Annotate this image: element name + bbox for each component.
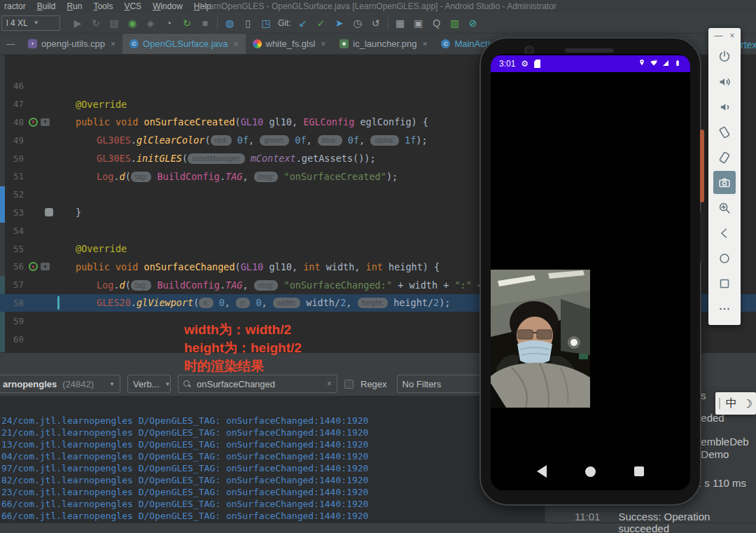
phone-power-button[interactable] [700, 130, 704, 202]
emulator-back-icon[interactable] [713, 221, 736, 244]
parameter-hint-chip: assetManager: [188, 153, 244, 164]
emulator-rotate-right-icon[interactable] [713, 146, 736, 169]
logcat-filters-dropdown[interactable]: No Filters [397, 375, 488, 393]
menu-item-build[interactable]: Build [37, 1, 56, 11]
device-selector-label: l 4 XL [6, 18, 28, 28]
git-commit-icon[interactable]: ✓ [312, 15, 330, 32]
search-icon [183, 380, 191, 388]
layout-inspector-icon[interactable]: ▥ [446, 15, 464, 32]
gutter: 59 [0, 316, 62, 326]
nav-home-icon[interactable] [585, 466, 596, 477]
git-update-icon[interactable]: ↙ [294, 15, 312, 32]
coverage-icon[interactable]: ▤ [105, 15, 123, 32]
nav-overview-icon[interactable] [634, 466, 644, 476]
phone-volume-button[interactable] [700, 211, 704, 263]
gradle-sync-icon[interactable]: ◍ [220, 15, 239, 32]
tab-overflow-icon[interactable]: — [0, 34, 21, 54]
git-push-icon[interactable]: ➤ [330, 15, 349, 32]
emulator-zoom-icon[interactable] [713, 196, 736, 219]
close-tab-icon[interactable]: × [233, 39, 238, 49]
emulator-volume-up-icon[interactable] [713, 70, 736, 93]
close-icon[interactable]: × [729, 31, 734, 41]
close-tab-icon[interactable]: × [321, 39, 326, 49]
line-number: 49 [0, 135, 24, 146]
project-structure-icon[interactable]: ▦ [391, 15, 410, 32]
stop-icon[interactable]: ■ [196, 15, 214, 32]
menu-item-vcs[interactable]: VCS [124, 1, 141, 11]
emulator-overview-icon[interactable] [713, 272, 736, 295]
phone-screen[interactable]: 3:01 ⚙ [491, 54, 690, 490]
emulator-power-icon[interactable] [713, 45, 736, 68]
tab-opengl-utils-cpp[interactable]: +opengl-utils.cpp× [21, 34, 122, 54]
overrides-method-icon[interactable]: ↑ [29, 118, 38, 127]
code-text: @Override [62, 243, 127, 254]
menu-item-help[interactable]: Help [194, 1, 211, 11]
attach-debugger-icon[interactable]: ◈ [141, 15, 160, 32]
run-tool-window-icon[interactable]: ▣ [410, 15, 428, 32]
emulator-more-icon[interactable] [713, 297, 736, 320]
regex-checkbox[interactable] [344, 380, 354, 389]
history-icon[interactable]: ◷ [349, 15, 367, 32]
avd-manager-icon[interactable]: ◳ [257, 15, 275, 32]
line-number: 48 [0, 117, 24, 127]
location-icon [638, 59, 646, 69]
event-log-time: 11:01 [575, 511, 600, 533]
debug-icon[interactable]: ◉ [123, 15, 141, 32]
gutter: 57 [0, 279, 62, 290]
line-number: 58 [0, 298, 24, 308]
emulator-rotate-left-icon[interactable] [713, 120, 736, 144]
apply-changes-icon[interactable]: ↻ [87, 15, 105, 32]
emulator-toolbar: —× [708, 28, 741, 325]
android-nav-bar [491, 465, 690, 478]
image-file-icon [340, 39, 349, 48]
line-number: 47 [0, 99, 24, 109]
sdk-manager-icon[interactable]: ⊘ [464, 15, 482, 32]
emulator-home-icon[interactable] [713, 247, 736, 270]
code-text: GL30ES.glClearColor(red: 0f, green: 0f, … [62, 134, 428, 146]
gutter: 50 [0, 153, 62, 164]
glsl-file-icon [253, 39, 262, 48]
logcat-search-input[interactable]: onSurfaceChanged × [178, 375, 337, 393]
gutter: 54 [0, 226, 62, 236]
parameter-hint-chip: red: [211, 135, 232, 146]
ime-indicator-popup: 中 ☽ [715, 392, 756, 415]
minimize-icon[interactable]: — [714, 31, 722, 41]
title-bar: ractorBuildRunToolsVCSWindowHelp LearnOp… [0, 0, 756, 13]
search-everywhere-icon[interactable]: Q [428, 15, 446, 32]
logcat-process-dropdown[interactable]: arnopengles (24842) ▼ [0, 375, 120, 393]
wifi-off-icon [650, 59, 658, 69]
menu-item-window[interactable]: Window [153, 1, 183, 11]
close-tab-icon[interactable]: × [422, 39, 427, 49]
menu-item-tools[interactable]: Tools [93, 1, 113, 11]
tab-white-fs-glsl[interactable]: white_fs.glsl× [246, 34, 333, 54]
emulator-camera-icon[interactable] [713, 171, 736, 194]
rollback-icon[interactable]: ↺ [367, 15, 385, 32]
device-manager-icon[interactable]: ▯ [239, 15, 257, 32]
emulator-volume-down-icon[interactable] [713, 95, 736, 118]
gutter-bubble-icon[interactable]: ▼ [41, 263, 50, 270]
gutter: 47 [0, 99, 62, 109]
tab-label: opengl-utils.cpp [41, 39, 105, 49]
nav-back-icon[interactable] [537, 465, 547, 478]
gear-icon: ⚙ [521, 60, 528, 68]
profiler-icon[interactable]: ◔ [160, 15, 178, 32]
clear-search-icon[interactable]: × [327, 379, 332, 389]
run-icon[interactable]: ▶ [69, 15, 87, 32]
code-text: Log.d(tag: BuildConfig.TAG, msg: "onSurf… [62, 279, 534, 291]
tab-ic-launcher-png[interactable]: ic_launcher.png× [332, 34, 434, 54]
close-tab-icon[interactable]: × [111, 39, 115, 49]
menu-item-ractor[interactable]: ractor [4, 1, 26, 11]
main-toolbar: l 4 XL ▼ ▶↻▤◉◈◔↻■◍▯◳Git:↙✓➤◷↺▦▣Q▥⊘ [0, 13, 756, 34]
device-selector[interactable]: l 4 XL ▼ [1, 15, 60, 31]
logcat-level-dropdown[interactable]: Verb... ▼ [127, 375, 171, 393]
sync-project-icon[interactable]: ↻ [178, 15, 196, 32]
code-text: } [62, 207, 81, 218]
gutter-bubble-icon[interactable]: ▼ [41, 118, 50, 126]
tab-openglsurface-java[interactable]: COpenGLSurface.java× [122, 34, 245, 54]
red-annotation-overlay: width为：width/2height为：height/2时的渲染结果 [184, 321, 302, 375]
camera-preview-photo [491, 270, 590, 408]
ime-divider [719, 398, 720, 409]
menu-item-run[interactable]: Run [66, 1, 82, 11]
parameter-hint-chip: tag: [131, 172, 152, 182]
overrides-method-icon[interactable]: ↑ [29, 262, 38, 271]
